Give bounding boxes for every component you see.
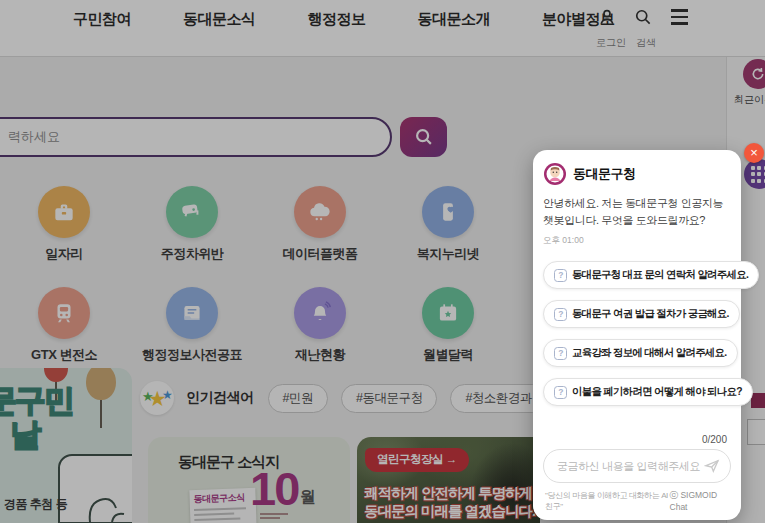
question-icon: ? bbox=[554, 308, 567, 321]
chatbot-header: 동대문구청 bbox=[543, 162, 731, 186]
chatbot-avatar bbox=[543, 162, 567, 186]
chatbot-title: 동대문구청 bbox=[573, 165, 636, 183]
dongdaemun-gu-portal: 구민참여 동대문소식 행정정보 동대문소개 분야별정보 로그인 검색 최근이용 bbox=[0, 0, 765, 523]
chatbot-timestamp: 오후 01:00 bbox=[543, 235, 731, 247]
chatbot-panel: 동대문구청 안녕하세요. 저는 동대문구청 인공지능 챗봇입니다. 무엇을 도와… bbox=[533, 150, 741, 520]
question-icon: ? bbox=[554, 269, 567, 282]
suggestion-contact-info[interactable]: ? 동대문구청 대표 문의 연락처 알려주세요. bbox=[543, 261, 759, 289]
send-icon[interactable] bbox=[704, 458, 720, 474]
chatbot-footer: "당신의 마음을 이해하고 대화하는 AI 친구" ⓒ SIGMOID Chat bbox=[543, 490, 731, 512]
suggestion-passport-process[interactable]: ? 동대문구 여권 발급 절차가 궁금해요. bbox=[543, 300, 740, 328]
chatbot-input-area: 0/200 궁금하신 내용을 입력해주세요 "당신의 마음을 이해하고 대화하는… bbox=[543, 434, 731, 512]
chatbot-message-input[interactable]: 궁금하신 내용을 입력해주세요 bbox=[543, 449, 731, 483]
char-counter: 0/200 bbox=[543, 434, 731, 445]
question-icon: ? bbox=[554, 347, 567, 360]
question-icon: ? bbox=[554, 386, 567, 399]
suggestion-education-courses[interactable]: ? 교육강좌 정보에 대해서 알려주세요. bbox=[543, 339, 738, 367]
chatbot-tagline: "당신의 마음을 이해하고 대화하는 AI 친구" bbox=[545, 490, 670, 512]
chatbot-input-placeholder: 궁금하신 내용을 입력해주세요 bbox=[557, 459, 704, 474]
chatbot-greeting-message: 안녕하세요. 저는 동대문구청 인공지능 챗봇입니다. 무엇을 도와드릴까요? bbox=[543, 195, 729, 229]
chatbot-suggestions: ? 동대문구청 대표 문의 연락처 알려주세요. ? 동대문구 여권 발급 절차… bbox=[543, 261, 731, 406]
chatbot-vendor: ⓒ SIGMOID Chat bbox=[670, 490, 729, 512]
chatbot-close-button[interactable]: × bbox=[744, 143, 764, 163]
suggestion-blanket-disposal[interactable]: ? 이불을 폐기하려면 어떻게 해야 되나요? bbox=[543, 378, 753, 406]
